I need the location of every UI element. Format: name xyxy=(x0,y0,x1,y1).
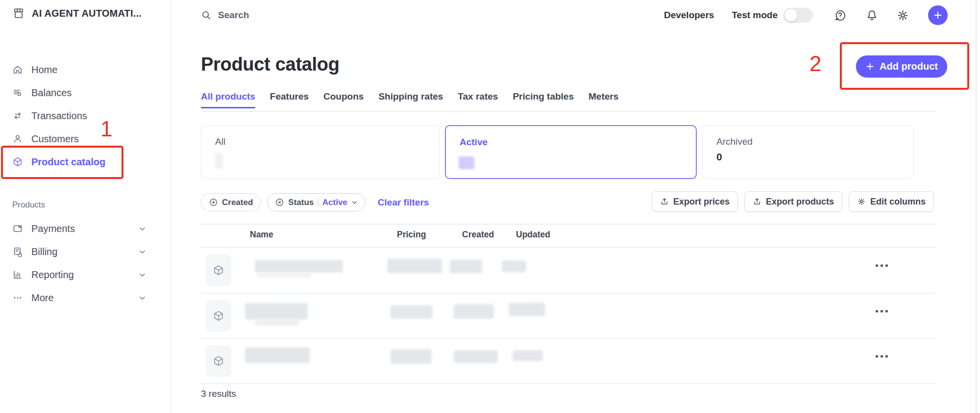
plus-icon xyxy=(865,62,875,71)
export-icon xyxy=(660,197,669,206)
redacted-created xyxy=(454,304,494,319)
search-icon xyxy=(201,10,212,21)
account-switcher[interactable]: AI AGENT AUTOMATI... xyxy=(12,7,142,20)
column-header-updated: Updated xyxy=(516,230,550,240)
redacted-subtext xyxy=(257,274,311,277)
toggle-knob xyxy=(784,9,797,22)
billing-icon xyxy=(12,246,23,257)
edit-columns-label: Edit columns xyxy=(870,197,926,207)
filter-card-label: All xyxy=(215,136,225,147)
plus-icon xyxy=(933,10,943,20)
redacted-name xyxy=(245,303,308,320)
status-filter-chip[interactable]: Status Active xyxy=(267,193,366,211)
tab-bar: All products Features Coupons Shipping r… xyxy=(201,91,618,102)
transactions-icon xyxy=(12,110,23,121)
export-prices-label: Export prices xyxy=(673,197,730,207)
redacted-subtext xyxy=(255,319,300,326)
tab-shipping-rates[interactable]: Shipping rates xyxy=(378,91,443,102)
redacted-name xyxy=(245,347,310,363)
table-row[interactable] xyxy=(201,293,936,338)
sidebar-item-reporting[interactable]: Reporting xyxy=(0,263,171,286)
table-row[interactable] xyxy=(201,338,936,384)
redacted-pricing xyxy=(387,258,442,273)
status-filter-label: Status xyxy=(288,198,314,207)
help-icon[interactable] xyxy=(833,9,847,22)
product-cube-icon xyxy=(206,255,231,286)
sidebar-item-label: Balances xyxy=(31,87,72,99)
settings-icon[interactable] xyxy=(896,9,909,22)
row-menu-icon[interactable] xyxy=(876,264,888,267)
sidebar-item-home[interactable]: Home xyxy=(0,58,171,81)
topbar-right: Developers Test mode xyxy=(664,0,948,30)
redacted-updated xyxy=(513,350,543,361)
sidebar-item-label: Transactions xyxy=(31,110,87,122)
test-mode-label: Test mode xyxy=(732,10,778,21)
customers-icon xyxy=(12,133,23,144)
sidebar-item-balances[interactable]: Balances xyxy=(0,81,171,104)
search-input[interactable]: Search xyxy=(201,8,249,23)
page-edge-divider xyxy=(976,0,977,413)
tabs-divider xyxy=(201,111,936,112)
reporting-icon xyxy=(12,269,23,280)
columns-gear-icon xyxy=(857,197,866,206)
column-header-pricing: Pricing xyxy=(397,230,426,240)
sidebar-item-customers[interactable]: Customers xyxy=(0,127,171,151)
table-row[interactable] xyxy=(201,248,936,293)
stripe-dashboard: AI AGENT AUTOMATI... Home Balances xyxy=(0,0,980,413)
filter-card-archived[interactable]: Archived 0 xyxy=(702,125,914,179)
export-prices-button[interactable]: Export prices xyxy=(652,191,738,212)
row-menu-icon[interactable] xyxy=(876,310,888,312)
tab-features[interactable]: Features xyxy=(270,91,309,102)
edit-columns-button[interactable]: Edit columns xyxy=(849,191,934,212)
row-menu-icon[interactable] xyxy=(876,355,888,358)
export-products-button[interactable]: Export products xyxy=(744,191,842,212)
redacted-created xyxy=(454,350,498,363)
created-filter-chip[interactable]: Created xyxy=(201,193,261,211)
export-products-label: Export products xyxy=(766,197,834,207)
create-button[interactable] xyxy=(928,5,948,25)
tab-meters[interactable]: Meters xyxy=(588,91,618,102)
notifications-icon[interactable] xyxy=(865,9,879,22)
filter-card-active[interactable]: Active xyxy=(445,125,697,179)
table-top-divider xyxy=(201,224,936,225)
tab-tax-rates[interactable]: Tax rates xyxy=(458,91,498,102)
results-count: 3 results xyxy=(201,388,236,399)
sidebar-item-label: Home xyxy=(31,64,57,76)
more-icon xyxy=(12,292,23,303)
sidebar-item-billing[interactable]: Billing xyxy=(0,240,171,263)
sidebar-item-label: Reporting xyxy=(31,269,74,281)
table-actions: Export prices Export products Edit colum… xyxy=(652,191,934,212)
annotation-number-2: 2 xyxy=(809,52,821,76)
test-mode-toggle[interactable] xyxy=(784,8,813,23)
chevron-down-icon xyxy=(139,248,146,256)
sidebar-item-payments[interactable]: Payments xyxy=(0,217,171,240)
sidebar: AI AGENT AUTOMATI... Home Balances xyxy=(0,0,171,413)
sidebar-item-product-catalog[interactable]: Product catalog xyxy=(0,150,171,174)
storefront-icon xyxy=(12,7,25,20)
chevron-down-icon xyxy=(139,294,146,302)
sidebar-item-transactions[interactable]: Transactions xyxy=(0,104,171,128)
add-product-button[interactable]: Add product xyxy=(856,55,947,77)
tab-pricing-tables[interactable]: Pricing tables xyxy=(513,91,574,102)
search-placeholder: Search xyxy=(218,10,249,21)
tab-all-products[interactable]: All products xyxy=(201,91,255,102)
tab-coupons[interactable]: Coupons xyxy=(323,91,364,102)
chevron-down-icon xyxy=(351,199,358,206)
filter-card-label: Active xyxy=(460,137,488,148)
sidebar-item-more[interactable]: More xyxy=(0,286,171,310)
account-name: AI AGENT AUTOMATI... xyxy=(32,8,142,19)
developers-link[interactable]: Developers xyxy=(664,10,714,21)
balances-icon xyxy=(12,87,23,98)
clear-filters-button[interactable]: Clear filters xyxy=(378,197,429,208)
add-filter-icon xyxy=(209,198,218,207)
filter-card-all[interactable]: All xyxy=(201,125,440,179)
export-icon xyxy=(753,197,761,206)
annotation-number-1: 1 xyxy=(100,117,112,141)
page-title: Product catalog xyxy=(201,54,340,75)
redacted-pricing xyxy=(391,349,432,364)
sidebar-item-label: Customers xyxy=(31,133,79,145)
redacted-created xyxy=(450,259,482,273)
redacted-pricing xyxy=(391,305,433,319)
created-filter-label: Created xyxy=(222,198,253,207)
filter-chips: Created Status Active Clear filters xyxy=(201,193,429,211)
